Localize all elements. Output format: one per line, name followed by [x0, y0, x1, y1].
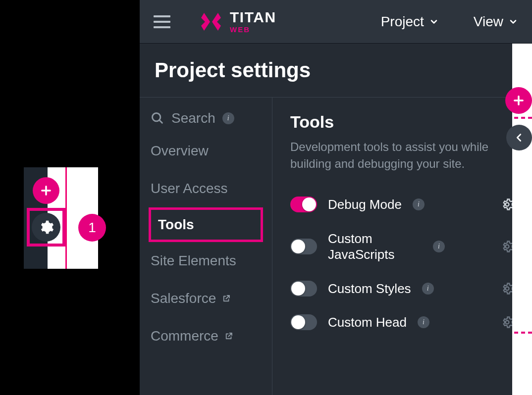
- sidebar-item-label: Tools: [158, 217, 194, 233]
- sidebar-item-label: Site Elements: [151, 253, 236, 269]
- menu-view-label: View: [474, 14, 503, 30]
- callout-badge-1-text: 1: [88, 220, 96, 236]
- hamburger-button[interactable]: [154, 15, 170, 28]
- sidebar-item-salesforce[interactable]: Salesforce: [140, 280, 272, 317]
- nav-list: Overview User Access Tools Site Elements…: [140, 132, 272, 355]
- search-row[interactable]: Search i: [140, 110, 272, 132]
- canvas-guide-line-2: [514, 332, 532, 334]
- brand-title: TITAN: [230, 10, 276, 25]
- tool-label: Debug Mode: [328, 197, 402, 213]
- tool-label: Custom Styles: [328, 281, 411, 297]
- toggle-debug-mode[interactable]: [290, 197, 317, 212]
- toggle-custom-javascripts[interactable]: [290, 239, 317, 254]
- brand-logo-icon: [199, 10, 223, 34]
- topbar: TITAN WEB Project View: [140, 0, 532, 44]
- thumb-add-button[interactable]: [33, 177, 59, 204]
- chevron-left-icon: [514, 132, 525, 143]
- sidebar-item-tools[interactable]: Tools: [149, 207, 263, 242]
- info-icon[interactable]: i: [413, 198, 425, 210]
- tool-row-custom-javascripts: Custom JavaScripts i: [290, 222, 514, 272]
- sidebar-item-label: Overview: [151, 143, 209, 159]
- tool-label: Custom Head: [328, 314, 407, 331]
- detail-title: Tools: [290, 112, 514, 132]
- panel-collapse-button[interactable]: [506, 125, 532, 150]
- app-panel: TITAN WEB Project View Project settings …: [140, 0, 532, 395]
- toggle-custom-head[interactable]: [290, 314, 317, 330]
- sidebar-item-label: Commerce: [151, 328, 218, 344]
- tool-row-custom-head: Custom Head i: [290, 305, 514, 340]
- thumb-gear-highlight: [27, 208, 65, 247]
- plus-icon: [512, 94, 526, 107]
- sidebar-item-user-access[interactable]: User Access: [140, 170, 272, 207]
- sidebar-item-label: User Access: [151, 181, 228, 197]
- search-icon: [151, 111, 164, 125]
- info-icon[interactable]: i: [418, 316, 429, 328]
- callout-badge-1: 1: [78, 214, 106, 242]
- brand-text: TITAN WEB: [230, 10, 276, 33]
- sidebar-item-site-elements[interactable]: Site Elements: [140, 242, 272, 280]
- external-link-icon: [224, 332, 233, 341]
- detail-panel: Tools Development tools to assist you wh…: [272, 98, 532, 395]
- content: Search i Overview User Access Tools Site…: [140, 98, 532, 395]
- menu-view[interactable]: View: [474, 14, 518, 30]
- gear-icon: [38, 219, 54, 235]
- search-placeholder: Search: [171, 110, 215, 126]
- sidebar-item-commerce[interactable]: Commerce: [140, 317, 272, 355]
- info-icon[interactable]: i: [222, 112, 234, 124]
- right-add-button[interactable]: [505, 87, 532, 114]
- brand: TITAN WEB: [199, 10, 276, 34]
- toggle-custom-styles[interactable]: [290, 281, 317, 296]
- page-title: Project settings: [155, 58, 517, 82]
- sidebar-item-overview[interactable]: Overview: [140, 132, 272, 170]
- plus-icon: [39, 184, 53, 198]
- page-title-row: Project settings: [140, 44, 532, 98]
- settings-sidebar: Search i Overview User Access Tools Site…: [140, 98, 272, 395]
- chevron-down-icon: [508, 17, 518, 27]
- brand-subtitle: WEB: [230, 26, 276, 33]
- tool-row-custom-styles: Custom Styles i: [290, 272, 514, 306]
- sidebar-item-label: Salesforce: [151, 291, 216, 306]
- thumb-gear-button[interactable]: [32, 213, 60, 242]
- info-icon[interactable]: i: [433, 241, 445, 252]
- chevron-down-icon: [429, 17, 439, 27]
- menu-project-label: Project: [381, 14, 424, 30]
- info-icon[interactable]: i: [422, 283, 434, 295]
- tool-row-debug-mode: Debug Mode i: [290, 188, 514, 222]
- detail-desc: Development tools to assist you while bu…: [290, 139, 498, 172]
- top-menu: Project View: [381, 14, 518, 30]
- external-link-icon: [222, 294, 231, 303]
- menu-project[interactable]: Project: [381, 14, 439, 30]
- canvas-guide-line: [514, 117, 532, 119]
- tool-label: Custom JavaScripts: [328, 231, 422, 263]
